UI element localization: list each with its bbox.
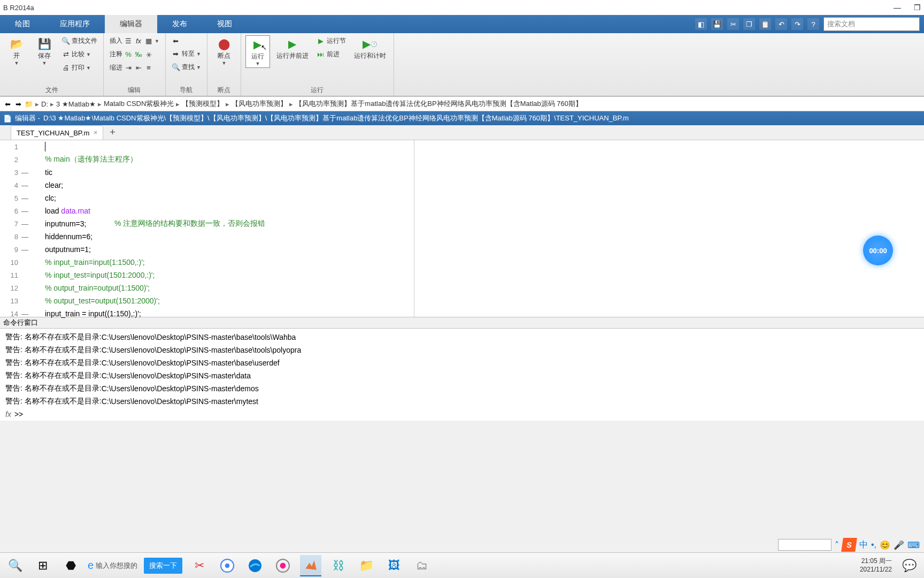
main-tab-strip: 绘图 应用程序 编辑器 发布 视图 ◧ 💾 ✂ ❐ 📋 ↶ ↷ ? 搜索文档 — [0, 15, 924, 33]
taskbar-clock[interactable]: 21:05 周一 2021/11/22 — [860, 557, 892, 574]
run-time-button[interactable]: ▶🕐 运行和计时 — [351, 35, 389, 62]
print-button[interactable]: 🖨打印▼ — [60, 62, 99, 73]
goto-button[interactable]: ➡转至▼ — [170, 48, 203, 59]
emoji-icon[interactable]: 😊 — [880, 540, 890, 550]
cmd-line: 警告: 名称不存在或不是目录: C:\Users\lenovo\Desktop\… — [5, 356, 919, 369]
crumb-1[interactable]: 3 ★Matlab★ — [56, 100, 96, 108]
file-tab-label: TEST_YICHUAN_BP.m — [17, 129, 89, 137]
add-tab-button[interactable]: + — [103, 125, 122, 140]
obs-icon[interactable]: ⬣ — [60, 555, 81, 576]
editor-title-prefix: 编辑器 - — [15, 113, 40, 123]
maximize-icon[interactable]: ❐ — [914, 3, 921, 12]
tab-publish[interactable]: 发布 — [157, 15, 202, 33]
cmd-line: 警告: 名称不存在或不是目录: C:\Users\lenovo\Desktop\… — [5, 331, 919, 344]
app3-icon[interactable]: 🗂 — [411, 555, 433, 576]
crumb-5[interactable]: 【风电功率预测】基于matlab遗传算法优化BP神经网络风电功率预测【含Matl… — [295, 99, 582, 109]
run-section-button[interactable]: ▶运行节 — [315, 35, 348, 47]
run-advance-button[interactable]: ▶ 运行并前进 — [273, 35, 312, 62]
search-icon[interactable]: 🔍 — [4, 555, 26, 576]
photos-icon[interactable]: 🖼 — [383, 555, 405, 576]
prompt: >> — [14, 410, 23, 419]
timer-badge[interactable]: 00:00 — [863, 235, 893, 265]
find-files-button[interactable]: 🔍查找文件 — [60, 35, 99, 47]
chrome-icon[interactable] — [217, 555, 238, 576]
advance-button[interactable]: ⏭前进 — [315, 49, 348, 60]
matlab-icon[interactable] — [300, 555, 321, 576]
svg-point-1 — [225, 563, 230, 568]
help-icon[interactable]: ? — [807, 18, 819, 30]
open-button[interactable]: 📂 开 ▼ — [4, 35, 29, 67]
close-icon[interactable]: × — [94, 129, 97, 136]
status-row: ˄ S 中 •, 😊 🎤 ⌨ — [774, 537, 924, 552]
tab-app[interactable]: 应用程序 — [45, 15, 105, 33]
ribbon: 📂 开 ▼ 💾 保存 ▼ 🔍查找文件 ⇄比较▼ 🖨打印▼ 文件 插入 ☰ fx … — [0, 33, 924, 96]
zh-label[interactable]: 中 — [859, 539, 868, 551]
gutter: 1 2 3— 4— 5— 6— 7— 8— 9— 10 11 12 13 14— — [0, 140, 29, 317]
task-view-icon[interactable]: ⊞ — [32, 555, 53, 576]
code-editor[interactable]: 1 2 3— 4— 5— 6— 7— 8— 9— 10 11 12 13 14—… — [0, 140, 924, 317]
file-tab-active[interactable]: TEST_YICHUAN_BP.m × — [11, 125, 103, 140]
save-button[interactable]: 💾 保存 ▼ — [32, 35, 57, 67]
crumb-3[interactable]: 【预测模型】 — [182, 99, 224, 109]
fwd-nav-icon[interactable]: ➡ — [14, 100, 22, 108]
tab-editor[interactable]: 编辑器 — [105, 15, 157, 33]
back-nav-icon[interactable]: ⬅ — [3, 100, 12, 108]
nav-back[interactable]: ⬅ — [170, 35, 203, 46]
status-input[interactable] — [778, 539, 831, 551]
file-tab-strip: TEST_YICHUAN_BP.m × + — [0, 125, 924, 140]
code-body[interactable]: % main（遗传算法主程序） tic clear; clc; load dat… — [29, 140, 924, 317]
keyboard-icon[interactable]: ⌨ — [907, 540, 920, 550]
editor-path: D:\3 ★Matlab★\Matalb CSDN紫极神光\【预测模型】\【风电… — [43, 113, 629, 123]
redo-icon[interactable]: ↷ — [791, 18, 803, 30]
ie-search[interactable]: e 输入你想搜的 — [88, 559, 137, 572]
crumb-drive[interactable]: D: — [41, 100, 48, 108]
cmd-line: 警告: 名称不存在或不是目录: C:\Users\lenovo\Desktop\… — [5, 395, 919, 408]
paste-icon[interactable]: 📋 — [759, 18, 771, 30]
ime-badge[interactable]: S — [841, 538, 857, 552]
mic-icon[interactable]: 🎤 — [894, 540, 904, 550]
fx-icon[interactable]: fx — [5, 410, 11, 419]
search-button[interactable]: 搜索一下 — [144, 558, 182, 574]
tab-view[interactable]: 视图 — [202, 15, 247, 33]
snip-icon[interactable]: ✂ — [189, 555, 210, 576]
group-nav-label: 导航 — [170, 85, 203, 96]
doc-search-input[interactable]: 搜索文档 — [823, 17, 920, 31]
edge-icon[interactable] — [244, 555, 266, 576]
find-button[interactable]: 🔍查找▼ — [170, 62, 203, 73]
crumb-2[interactable]: Matalb CSDN紫极神光 — [104, 99, 174, 109]
insert-button[interactable]: 插入 ☰ fx ▦▼ — [108, 35, 161, 47]
group-run-label: 运行 — [245, 85, 389, 96]
copy-icon[interactable]: ❐ — [743, 18, 755, 30]
compare-button[interactable]: ⇄比较▼ — [60, 49, 99, 60]
notifs-icon[interactable]: 💬 — [898, 555, 920, 576]
group-break-label: 断点 — [212, 85, 236, 96]
explorer-icon[interactable]: 📁 — [356, 555, 377, 576]
text-caret — [45, 142, 45, 151]
title-bar: B R2014a — ❐ — [0, 0, 924, 15]
editor-title-bar: 📄 编辑器 - D:\3 ★Matlab★\Matalb CSDN紫极神光\【预… — [0, 111, 924, 125]
command-window[interactable]: 警告: 名称不存在或不是目录: C:\Users\lenovo\Desktop\… — [0, 329, 924, 421]
save-qat-icon[interactable]: 💾 — [711, 18, 723, 30]
cut-icon[interactable]: ✂ — [727, 18, 739, 30]
comment-button[interactable]: 注释 % ‰ ⚹ — [108, 49, 161, 60]
browser2-icon[interactable] — [272, 555, 294, 576]
group-file-label: 文件 — [4, 85, 99, 96]
layout-icon[interactable]: ◧ — [695, 18, 707, 30]
taskbar: 🔍 ⊞ ⬣ e 输入你想搜的 搜索一下 ✂ ⛓ 📁 🖼 🗂 21:05 周一 2… — [0, 552, 924, 578]
breakpoints-button[interactable]: ⬤ 断点 ▼ — [212, 35, 236, 67]
group-edit-label: 编辑 — [108, 85, 161, 96]
chevron-up-icon[interactable]: ˄ — [835, 540, 839, 550]
editor-icon: 📄 — [3, 115, 12, 123]
folder-icon: 📁 — [25, 100, 33, 108]
crumb-4[interactable]: 【风电功率预测】 — [232, 99, 287, 109]
tab-plot[interactable]: 绘图 — [0, 15, 45, 33]
punct-icon[interactable]: •, — [871, 540, 876, 550]
cmd-line: 警告: 名称不存在或不是目录: C:\Users\lenovo\Desktop\… — [5, 344, 919, 356]
minimize-icon[interactable]: — — [894, 3, 901, 12]
address-bar[interactable]: ⬅ ➡ 📁 ▸ D: ▸ 3 ★Matlab★ ▸ Matalb CSDN紫极神… — [0, 96, 924, 111]
app2-icon[interactable]: ⛓ — [328, 555, 349, 576]
run-button[interactable]: ▶ 运行 ▼ ↖ — [245, 35, 270, 68]
undo-icon[interactable]: ↶ — [775, 18, 787, 30]
svg-point-4 — [280, 562, 286, 568]
indent-button[interactable]: 缩进 ⇥ ⇤ ≡ — [108, 62, 161, 73]
